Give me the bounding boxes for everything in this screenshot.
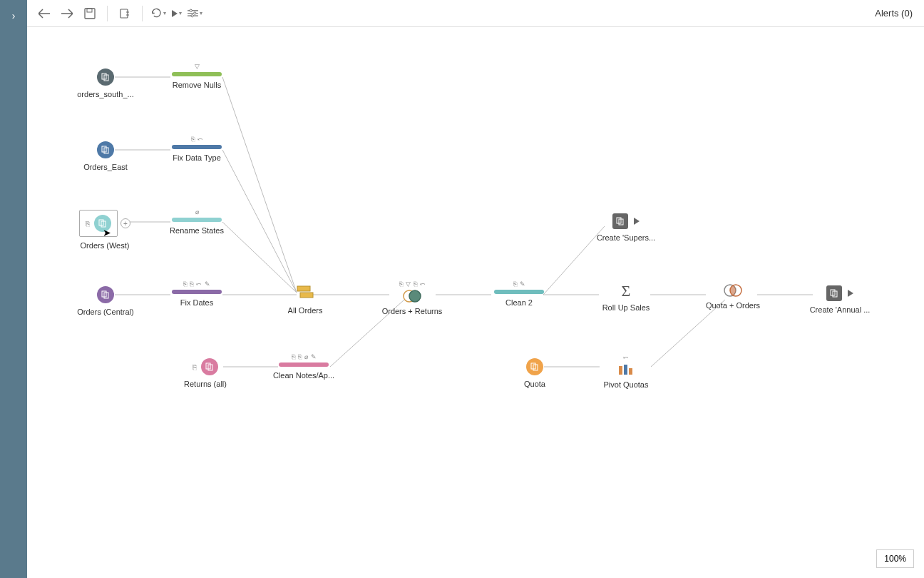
forward-button[interactable]: [57, 4, 77, 24]
svg-rect-46: [619, 366, 622, 375]
node-roll-up-sales[interactable]: Σ Roll Up Sales: [583, 283, 669, 312]
svg-rect-48: [629, 368, 632, 375]
step-bar: [494, 290, 544, 294]
node-label: Clean 2: [505, 298, 533, 307]
step-ops-icons: ⎘⤺: [191, 136, 203, 143]
step-ops-icons: ⌀: [195, 208, 199, 216]
node-label: Fix Data Type: [173, 153, 221, 162]
step-ops-icon: ⎘: [192, 363, 197, 371]
node-label: Returns (all): [184, 380, 227, 388]
back-button[interactable]: [34, 4, 54, 24]
node-label: Create 'Supers...: [597, 233, 655, 242]
toolbar: ▾ ▾ ▾ Alerts (0): [27, 0, 924, 27]
refresh-dropdown[interactable]: ▾: [150, 4, 168, 24]
node-create-annual[interactable]: Create 'Annual ...: [797, 285, 883, 314]
zoom-indicator[interactable]: 100%: [876, 549, 914, 568]
node-orders-central[interactable]: Orders (Central): [63, 286, 148, 316]
node-label: Quota + Orders: [706, 301, 760, 310]
svg-rect-1: [87, 9, 92, 12]
node-orders-east[interactable]: Orders_East: [63, 141, 148, 171]
union-icon: [296, 285, 314, 302]
node-label: Remove Nulls: [173, 81, 221, 89]
step-ops-icons: ⎘⎘⌀✎: [292, 353, 317, 360]
svg-rect-47: [624, 365, 627, 375]
node-create-supers[interactable]: Create 'Supers...: [583, 213, 669, 242]
node-label: Create 'Annual ...: [810, 305, 871, 314]
step-ops-icons: ⎘▽⎘⤺: [399, 280, 426, 288]
node-fix-dates[interactable]: ⎘⎘⤺✎ Fix Dates: [154, 280, 240, 307]
node-rename-states[interactable]: ⌀ Rename States: [154, 208, 240, 235]
step-bar: [172, 145, 222, 149]
datasource-icon: [526, 358, 543, 375]
node-label: Fix Dates: [180, 298, 213, 307]
node-label: Orders_East: [83, 163, 128, 171]
node-orders-south[interactable]: orders_south_...: [63, 69, 148, 98]
add-step-button[interactable]: +: [120, 218, 130, 228]
toolbar-divider: [107, 6, 108, 21]
step-ops-icon: ⎘: [86, 220, 90, 228]
svg-point-35: [409, 290, 421, 302]
join-icon: [722, 284, 744, 297]
svg-line-11: [222, 77, 297, 293]
node-all-orders[interactable]: All Orders: [262, 285, 348, 315]
svg-point-4: [194, 12, 196, 14]
run-output-icon[interactable]: [848, 290, 853, 297]
join-icon: [401, 290, 423, 303]
node-label: Rename States: [170, 226, 224, 235]
node-clean-notes[interactable]: ⎘⎘⌀✎ Clean Notes/Ap...: [261, 353, 346, 380]
node-label: Orders (Central): [77, 308, 133, 316]
datasource-icon: [94, 215, 111, 232]
aggregate-icon: Σ: [622, 283, 631, 299]
node-label: All Orders: [288, 306, 323, 315]
node-label: Orders + Returns: [382, 307, 443, 315]
node-fix-data-type[interactable]: ⎘⤺ Fix Data Type: [154, 136, 240, 162]
flow-canvas[interactable]: orders_south_... ▽ Remove Nulls Orders_E…: [27, 27, 924, 578]
node-clean-2[interactable]: ⎘✎ Clean 2: [476, 280, 562, 307]
step-ops-icons: ⤺: [623, 354, 629, 361]
svg-rect-32: [297, 286, 310, 291]
selected-node-frame: ⎘: [79, 210, 118, 237]
svg-rect-0: [85, 9, 95, 19]
svg-point-3: [190, 9, 192, 11]
save-button[interactable]: [80, 4, 100, 24]
datasource-icon: [97, 69, 114, 86]
node-quota[interactable]: Quota: [492, 358, 578, 388]
output-icon: [612, 213, 628, 229]
step-bar: [172, 218, 222, 222]
step-ops-icons: ▽: [195, 63, 200, 70]
node-label: Clean Notes/Ap...: [273, 371, 334, 380]
node-quota-orders[interactable]: Quota + Orders: [690, 284, 776, 310]
run-dropdown[interactable]: ▾: [170, 4, 183, 24]
pivot-icon: [617, 363, 635, 376]
step-bar: [279, 362, 329, 367]
node-label: Quota: [524, 380, 545, 388]
output-icon: [826, 285, 842, 301]
node-orders-west[interactable]: ⎘ + Orders (West) ➤: [51, 210, 158, 250]
data-connection-button[interactable]: [115, 4, 135, 24]
alerts-button[interactable]: Alerts (0): [871, 8, 917, 19]
node-label: Pivot Quotas: [604, 380, 649, 389]
expand-sidebar-icon[interactable]: ›: [12, 10, 16, 578]
node-pivot-quotas[interactable]: ⤺ Pivot Quotas: [583, 354, 669, 389]
node-returns-all[interactable]: ⎘ Returns (all): [163, 358, 248, 388]
sidebar-rail[interactable]: ›: [0, 0, 27, 578]
svg-rect-2: [120, 9, 128, 18]
datasource-icon: [201, 358, 218, 375]
run-output-icon[interactable]: [634, 218, 640, 225]
toolbar-divider: [142, 6, 143, 21]
datasource-icon: [97, 286, 114, 303]
node-orders-returns[interactable]: ⎘▽⎘⤺ Orders + Returns: [369, 280, 455, 315]
settings-dropdown[interactable]: ▾: [186, 4, 204, 24]
datasource-icon: [97, 141, 114, 158]
node-remove-nulls[interactable]: ▽ Remove Nulls: [154, 63, 240, 89]
node-label: Orders (West): [81, 241, 130, 250]
node-label: Roll Up Sales: [602, 303, 650, 312]
step-ops-icons: ⎘⎘⤺✎: [183, 280, 210, 288]
step-bar: [172, 72, 222, 76]
svg-rect-33: [300, 293, 313, 298]
step-bar: [172, 290, 222, 294]
node-label: orders_south_...: [77, 90, 134, 98]
step-ops-icons: ⎘✎: [513, 280, 525, 288]
svg-point-5: [191, 15, 193, 17]
